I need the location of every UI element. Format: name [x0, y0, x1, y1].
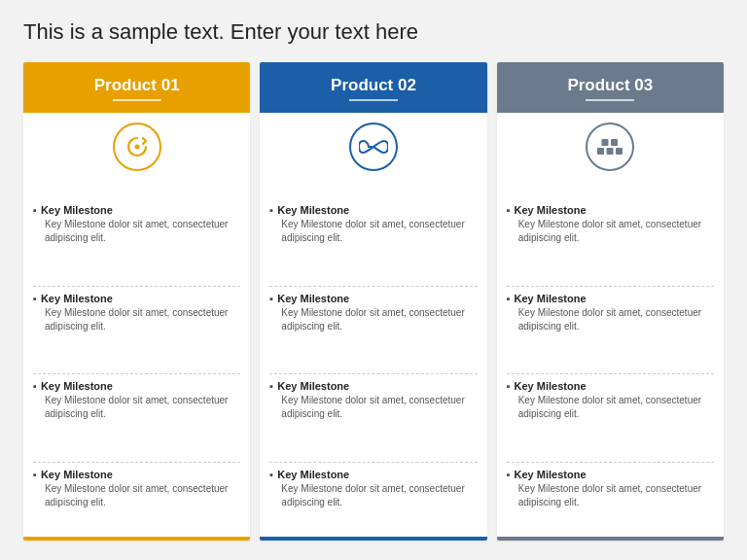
- milestone-title: Key Milestone: [507, 380, 714, 392]
- milestone-item: Key MilestoneKey Milestone dolor sit ame…: [269, 462, 477, 511]
- milestone-title: Key Milestone: [269, 204, 477, 216]
- milestone-desc: Key Milestone dolor sit amet, consectetu…: [507, 306, 714, 333]
- milestone-desc: Key Milestone dolor sit amet, consectetu…: [269, 218, 477, 245]
- columns-container: Product 01 Key MilestoneKey Milestone do…: [23, 62, 724, 541]
- milestone-item: Key MilestoneKey Milestone dolor sit ame…: [33, 373, 240, 423]
- header-underline: [586, 99, 634, 101]
- milestone-title: Key Milestone: [269, 380, 477, 392]
- milestone-desc: Key Milestone dolor sit amet, consectetu…: [269, 306, 477, 333]
- milestone-title: Key Milestone: [269, 293, 477, 304]
- milestone-desc: Key Milestone dolor sit amet, consectetu…: [269, 394, 477, 421]
- col-3-header: Product 03: [497, 62, 724, 113]
- milestone-desc: Key Milestone dolor sit amet, consectetu…: [269, 482, 477, 509]
- col-3-milestones: Key MilestoneKey Milestone dolor sit ame…: [497, 179, 724, 537]
- col-header-text: Product 03: [567, 76, 653, 94]
- col-header-text: Product 01: [94, 76, 180, 94]
- col-2-header: Product 02: [260, 62, 486, 113]
- col-2-icon-area: [260, 113, 486, 179]
- milestone-title: Key Milestone: [507, 469, 714, 480]
- col-2-icon: [349, 122, 398, 171]
- milestone-desc: Key Milestone dolor sit amet, consectetu…: [507, 394, 714, 421]
- page: This is a sample text. Enter your text h…: [0, 0, 747, 560]
- svg-point-0: [134, 145, 139, 150]
- milestone-title: Key Milestone: [269, 469, 477, 480]
- milestone-title: Key Milestone: [507, 204, 714, 216]
- milestone-title: Key Milestone: [33, 380, 240, 392]
- milestone-item: Key MilestoneKey Milestone dolor sit ame…: [33, 462, 240, 511]
- milestone-title: Key Milestone: [33, 469, 240, 480]
- col-1-icon-area: [23, 113, 250, 179]
- column-1: Product 01 Key MilestoneKey Milestone do…: [23, 62, 250, 541]
- col-header-text: Product 02: [331, 76, 416, 94]
- milestone-desc: Key Milestone dolor sit amet, consectetu…: [33, 218, 240, 245]
- milestone-title: Key Milestone: [507, 293, 714, 304]
- milestone-item: Key MilestoneKey Milestone dolor sit ame…: [507, 462, 714, 511]
- svg-rect-1: [597, 148, 604, 155]
- milestone-item: Key MilestoneKey Milestone dolor sit ame…: [33, 286, 240, 335]
- milestone-item: Key MilestoneKey Milestone dolor sit ame…: [507, 373, 714, 423]
- col-3-icon-area: [497, 113, 724, 179]
- col-1-icon: [113, 122, 161, 171]
- milestone-desc: Key Milestone dolor sit amet, consectetu…: [507, 482, 714, 509]
- milestone-desc: Key Milestone dolor sit amet, consectetu…: [33, 306, 240, 333]
- col-1-header: Product 01: [23, 62, 250, 113]
- svg-rect-5: [611, 139, 618, 146]
- milestone-item: Key MilestoneKey Milestone dolor sit ame…: [269, 198, 477, 247]
- svg-rect-2: [607, 148, 614, 155]
- milestone-desc: Key Milestone dolor sit amet, consectetu…: [33, 482, 240, 509]
- milestone-item: Key MilestoneKey Milestone dolor sit ame…: [269, 286, 477, 335]
- header-underline: [349, 99, 398, 101]
- milestone-desc: Key Milestone dolor sit amet, consectetu…: [33, 394, 240, 421]
- column-2: Product 02 Key MilestoneKey Milestone do…: [260, 62, 486, 541]
- milestone-title: Key Milestone: [33, 204, 240, 216]
- milestone-title: Key Milestone: [33, 293, 240, 304]
- svg-rect-4: [602, 139, 609, 146]
- page-title: This is a sample text. Enter your text h…: [23, 19, 724, 45]
- svg-rect-3: [616, 148, 622, 155]
- col-2-milestones: Key MilestoneKey Milestone dolor sit ame…: [260, 179, 486, 537]
- milestone-item: Key MilestoneKey Milestone dolor sit ame…: [507, 198, 714, 247]
- column-3: Product 03 Key MilestoneKey Milestone do…: [497, 62, 724, 541]
- col-3-icon: [586, 122, 634, 171]
- milestone-desc: Key Milestone dolor sit amet, consectetu…: [507, 218, 714, 245]
- milestone-item: Key MilestoneKey Milestone dolor sit ame…: [269, 373, 477, 423]
- milestone-item: Key MilestoneKey Milestone dolor sit ame…: [33, 198, 240, 247]
- header-underline: [113, 99, 161, 101]
- milestone-item: Key MilestoneKey Milestone dolor sit ame…: [507, 286, 714, 335]
- col-1-milestones: Key MilestoneKey Milestone dolor sit ame…: [23, 179, 250, 537]
